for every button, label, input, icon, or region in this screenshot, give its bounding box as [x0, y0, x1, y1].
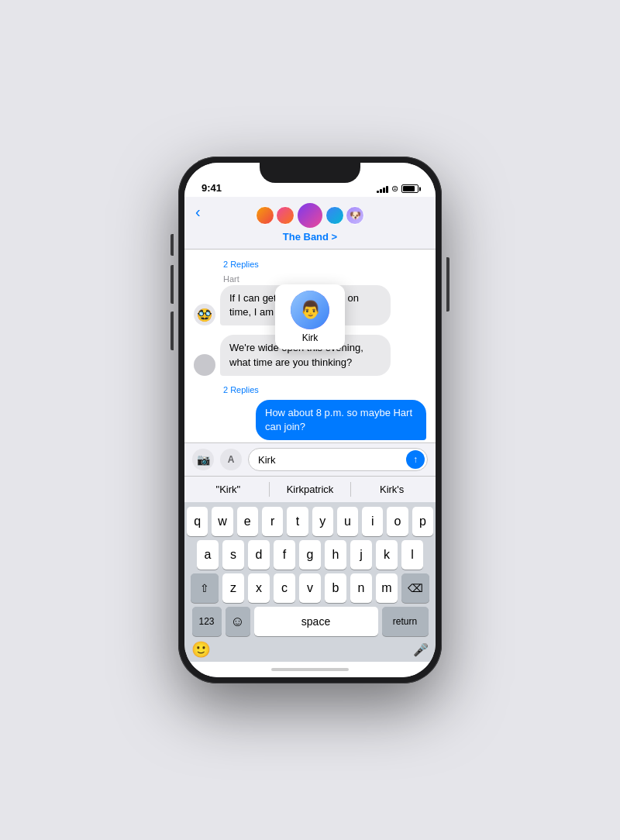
emoji-bottom-icon[interactable]: 🙂: [191, 640, 211, 659]
numbers-label: 123: [198, 616, 214, 627]
keyboard: q w e r t y u i o p a s d f g h j k: [184, 502, 436, 662]
camera-button[interactable]: 📷: [192, 449, 214, 470]
battery-fill: [403, 186, 415, 191]
key-o[interactable]: o: [387, 507, 408, 536]
avatar-gray: [194, 354, 215, 376]
key-x[interactable]: x: [248, 573, 270, 603]
bubble-sent: How about 8 p.m. so maybe Hart can join?: [256, 400, 426, 440]
message-input[interactable]: Kirk: [248, 448, 428, 471]
key-d[interactable]: d: [248, 540, 270, 570]
apps-icon: A: [228, 454, 235, 465]
mention-avatar: 👨: [291, 291, 329, 329]
power-button[interactable]: [446, 257, 450, 312]
key-q[interactable]: q: [187, 507, 208, 536]
input-area: 📷 A Kirk ↑: [184, 442, 436, 476]
key-p[interactable]: p: [412, 507, 433, 536]
key-j[interactable]: j: [350, 540, 372, 570]
key-i[interactable]: i: [362, 507, 383, 536]
replies-count-1: 2 Replies: [223, 260, 259, 269]
avatar-3: [326, 206, 344, 225]
apps-button[interactable]: A: [220, 449, 242, 470]
messages-header: ‹ 🐶 The Band >: [184, 197, 436, 250]
keyboard-row-2: a s d f g h j k l: [187, 540, 433, 570]
key-f[interactable]: f: [274, 540, 295, 570]
chat-area[interactable]: 2 Replies Hart 🥸 If I can get the kids t…: [184, 250, 436, 442]
key-a[interactable]: a: [197, 540, 219, 570]
battery-icon: [401, 184, 418, 193]
key-z[interactable]: z: [222, 573, 244, 603]
signal-bar-1: [377, 191, 379, 193]
phone-device: 9:41 ⊜ ‹: [178, 157, 442, 683]
autocomplete-item-1[interactable]: "Kirk": [188, 482, 270, 497]
return-label: return: [393, 616, 417, 627]
group-avatars: 🐶: [256, 201, 364, 229]
status-icons: ⊜: [377, 184, 418, 194]
phone-screen: 9:41 ⊜ ‹: [184, 163, 436, 677]
key-e[interactable]: e: [237, 507, 258, 536]
keyboard-bottom: 🙂 🎤: [187, 640, 433, 659]
avatar-main: [296, 201, 324, 229]
key-t[interactable]: t: [287, 507, 308, 536]
key-l[interactable]: l: [401, 540, 423, 570]
volume-down-button[interactable]: [170, 312, 174, 350]
message-group-sent: How about 8 p.m. so maybe Hart can join?: [184, 398, 436, 442]
avatar-2: [276, 206, 294, 225]
key-b[interactable]: b: [325, 573, 346, 603]
space-label: space: [301, 615, 330, 628]
delete-key[interactable]: ⌫: [401, 573, 429, 603]
notch: [260, 163, 360, 183]
autocomplete-item-3[interactable]: Kirk's: [351, 482, 432, 497]
autocomplete-row: "Kirk" Kirkpatrick Kirk's: [184, 476, 436, 502]
signal-bar-3: [383, 188, 385, 193]
keyboard-row-4: 123 ☺ space return: [187, 607, 433, 636]
mention-popup[interactable]: 👨 Kirk: [275, 284, 345, 349]
camera-icon: 📷: [197, 453, 210, 466]
avatar-1: [256, 206, 274, 225]
key-c[interactable]: c: [274, 573, 295, 603]
emoji-key[interactable]: ☺: [226, 607, 250, 636]
emoji-icon: ☺: [230, 614, 244, 630]
return-key[interactable]: return: [382, 607, 429, 636]
keyboard-row-3: ⇧ z x c v b n m ⌫: [187, 573, 433, 603]
key-v[interactable]: v: [299, 573, 321, 603]
signal-icon: [377, 185, 388, 193]
avatar-hart: 🥸: [194, 304, 215, 325]
send-icon: ↑: [413, 454, 418, 465]
key-u[interactable]: u: [337, 507, 358, 536]
key-h[interactable]: h: [325, 540, 346, 570]
volume-up-button[interactable]: [170, 265, 174, 304]
key-s[interactable]: s: [222, 540, 244, 570]
sender-name-hart: Hart: [194, 274, 426, 284]
home-indicator: [184, 662, 436, 677]
keyboard-row-1: q w e r t y u i o p: [187, 507, 433, 536]
key-n[interactable]: n: [350, 573, 372, 603]
key-w[interactable]: w: [212, 507, 232, 536]
back-chevron-icon: ‹: [195, 203, 201, 221]
replies-link-2[interactable]: 2 Replies: [184, 380, 436, 398]
bubble-sent-text: How about 8 p.m. so maybe Hart can join?: [265, 407, 412, 432]
group-name[interactable]: The Band >: [283, 231, 337, 243]
autocomplete-item-2[interactable]: Kirkpatrick: [270, 482, 352, 497]
key-r[interactable]: r: [262, 507, 283, 536]
key-g[interactable]: g: [299, 540, 321, 570]
replies-link-1[interactable]: 2 Replies: [184, 256, 436, 273]
replies-count-2: 2 Replies: [223, 385, 259, 394]
status-time: 9:41: [202, 182, 222, 194]
send-button[interactable]: ↑: [406, 450, 425, 469]
key-k[interactable]: k: [376, 540, 398, 570]
back-button[interactable]: ‹: [195, 203, 201, 221]
key-m[interactable]: m: [376, 573, 398, 603]
numbers-key[interactable]: 123: [192, 607, 222, 636]
shift-key[interactable]: ⇧: [191, 573, 219, 603]
mute-button[interactable]: [170, 234, 174, 256]
mention-name: Kirk: [302, 332, 319, 343]
space-key[interactable]: space: [254, 607, 378, 636]
wifi-icon: ⊜: [391, 184, 398, 194]
key-y[interactable]: y: [312, 507, 333, 536]
microphone-icon[interactable]: 🎤: [413, 642, 429, 657]
message-row-sent: How about 8 p.m. so maybe Hart can join?: [194, 400, 426, 440]
input-wrapper: Kirk ↑: [248, 448, 428, 471]
signal-bar-4: [386, 186, 388, 193]
avatar-4: 🐶: [346, 206, 364, 225]
signal-bar-2: [380, 189, 382, 193]
